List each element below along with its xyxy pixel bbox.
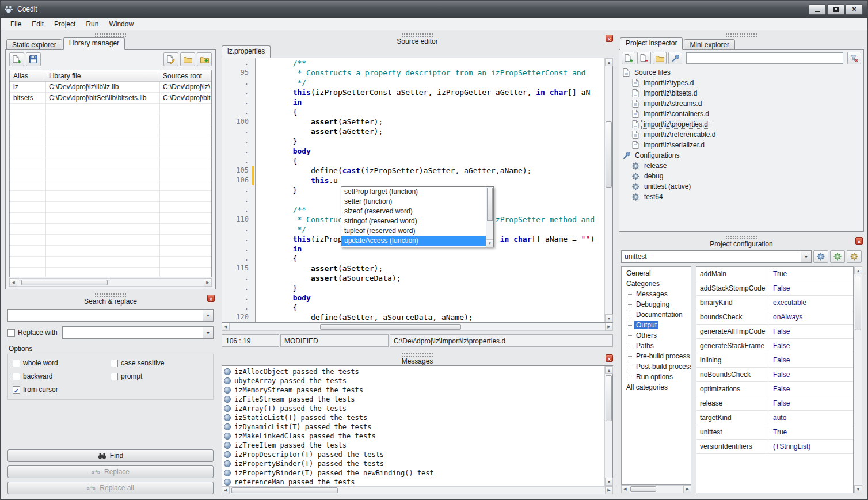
column-header-alias[interactable]: Alias — [10, 70, 45, 81]
property-value[interactable]: False — [768, 382, 853, 396]
tab-iz-properties[interactable]: iz.properties — [222, 45, 271, 58]
checkbox-prompt[interactable]: prompt — [111, 372, 208, 380]
scroll-thumb[interactable] — [21, 280, 108, 285]
scroll-down-icon[interactable] — [605, 478, 613, 486]
message-row[interactable]: izAllocObject passed the tests — [224, 367, 604, 376]
scroll-thumb[interactable] — [320, 324, 461, 330]
code-line[interactable]: body — [257, 146, 604, 156]
property-row[interactable]: generateAllTmpCodeFalse — [696, 325, 853, 339]
inspector-filter-input[interactable] — [686, 52, 843, 64]
property-value[interactable]: False — [768, 325, 853, 338]
code-line[interactable]: in — [257, 97, 604, 107]
completion-item[interactable]: stringof (reserved word) — [341, 216, 486, 226]
code-line[interactable]: { — [257, 156, 604, 166]
property-value[interactable]: False — [768, 368, 853, 381]
menu-item-window[interactable]: Window — [104, 18, 139, 30]
titlebar[interactable]: Coedit — [1, 1, 867, 18]
scroll-up-icon[interactable] — [854, 266, 862, 274]
maximize-button[interactable] — [827, 4, 844, 15]
code-line[interactable]: */ — [257, 78, 604, 87]
tree-item-import-iz-streams-d[interactable]: import\iz\streams.d — [619, 98, 863, 109]
code-line[interactable]: assert(aSourceData); — [257, 273, 604, 283]
filter-button[interactable] — [847, 52, 861, 64]
tree-item-import-iz-containers-d[interactable]: import\iz\containers.d — [619, 109, 863, 119]
message-row[interactable]: izStaticList(T) passed the tests — [224, 413, 604, 422]
property-value[interactable]: False — [768, 353, 853, 367]
scroll-right-icon[interactable] — [605, 486, 613, 494]
tab-library-manager[interactable]: Library manager — [63, 37, 125, 50]
chevron-down-icon[interactable] — [801, 251, 811, 262]
code-line[interactable]: /** — [257, 58, 604, 68]
library-table-hscrollbar[interactable] — [9, 278, 212, 287]
menu-item-run[interactable]: Run — [81, 18, 104, 30]
message-row[interactable]: izPropertyBinder(T) passed the newBindin… — [224, 468, 604, 478]
code-line[interactable]: { — [257, 303, 604, 312]
code-line[interactable]: define(cast(izPropSetter)aSetter, aGette… — [257, 166, 604, 175]
category-item-post-build-process[interactable]: Post-build process — [622, 361, 691, 372]
property-value[interactable]: True — [768, 267, 853, 281]
menu-item-edit[interactable]: Edit — [26, 18, 49, 30]
code-line[interactable]: assert(aGetter); — [257, 127, 604, 136]
property-value[interactable]: (TStringList) — [768, 440, 853, 453]
completion-item[interactable]: sizeof (reserved word) — [341, 207, 486, 216]
category-item-pre-build-process[interactable]: Pre-build process — [622, 351, 691, 361]
code-line[interactable]: assert(aSetter); — [257, 264, 604, 273]
dock-grab-handle[interactable] — [94, 293, 127, 297]
message-row[interactable]: izArray(T) passed the tests — [224, 404, 604, 413]
message-row[interactable]: izMemoryStream passed the tests — [224, 386, 604, 395]
add-folder-button[interactable] — [197, 52, 212, 66]
panel-close-button[interactable] — [855, 237, 863, 245]
code-line[interactable]: { — [257, 254, 604, 264]
dock-grab-handle[interactable] — [725, 235, 757, 239]
code-line[interactable]: { — [257, 107, 604, 117]
code-line[interactable]: this(izPropSetterConst aSetter, izPropGe… — [257, 87, 604, 97]
tree-item-import-iz-properties-d[interactable]: import\iz\properties.d — [619, 119, 863, 129]
category-item-categories[interactable]: Categories — [622, 278, 691, 289]
replace-all-button[interactable]: abReplace all — [7, 482, 214, 494]
message-row[interactable]: izFileStream passed the tests — [224, 395, 604, 404]
gear-edit-button[interactable] — [813, 250, 828, 263]
scroll-right-icon[interactable] — [683, 485, 691, 493]
message-row[interactable]: referenceMan passed the tests — [224, 478, 604, 486]
panel-close-button[interactable] — [207, 295, 215, 302]
checkbox-from-cursor[interactable]: from cursor — [13, 386, 111, 394]
dock-grab-handle[interactable] — [401, 353, 433, 357]
category-item-documentation[interactable]: Documentation — [622, 310, 691, 320]
scroll-left-icon[interactable] — [222, 486, 230, 494]
tree-item-release[interactable]: release — [619, 161, 863, 171]
scroll-thumb[interactable] — [231, 487, 338, 493]
search-term-combo[interactable] — [7, 309, 214, 322]
tab-project-inspector[interactable]: Project inspector — [620, 37, 683, 50]
property-row[interactable]: inliningFalse — [696, 353, 853, 368]
property-row[interactable]: targetKindauto — [696, 411, 853, 425]
property-value[interactable]: False — [768, 339, 853, 353]
replace-term-combo[interactable] — [62, 326, 214, 339]
property-row[interactable]: addStackStompCodeFalse — [696, 281, 853, 296]
panel-close-button[interactable] — [606, 35, 613, 42]
remove-source-button[interactable] — [637, 52, 651, 64]
scroll-left-icon[interactable] — [621, 485, 629, 493]
code-line[interactable]: } — [257, 136, 604, 146]
property-row[interactable]: binaryKindexecutable — [696, 296, 853, 310]
property-row[interactable]: versionIdentifiers(TStringList) — [696, 440, 853, 454]
message-row[interactable]: izMakeLinkedClass passed the tests — [224, 432, 604, 441]
editor-vscrollbar[interactable] — [604, 58, 612, 322]
category-item-output[interactable]: Output — [622, 320, 691, 330]
dock-grab-handle[interactable] — [94, 33, 127, 37]
property-row[interactable]: noBoundsCheckFalse — [696, 368, 853, 382]
scroll-thumb[interactable] — [487, 188, 493, 221]
scroll-up-icon[interactable] — [605, 58, 613, 66]
scroll-right-icon[interactable] — [605, 323, 613, 331]
scroll-left-icon[interactable] — [9, 278, 17, 287]
properties-vscrollbar[interactable] — [854, 266, 862, 493]
tree-item-unittest-active-[interactable]: unittest (active) — [619, 181, 863, 192]
open-folder-button[interactable] — [653, 52, 667, 64]
scroll-left-icon[interactable] — [222, 323, 230, 331]
menu-item-file[interactable]: File — [5, 18, 26, 30]
property-value[interactable]: False — [768, 396, 853, 410]
save-library-button[interactable] — [26, 52, 41, 66]
property-row[interactable]: addMainTrue — [696, 267, 853, 281]
chevron-down-icon[interactable] — [203, 327, 213, 338]
tree-item-import-iz-types-d[interactable]: import\iz\types.d — [619, 78, 863, 88]
scroll-down-icon[interactable] — [854, 485, 862, 493]
